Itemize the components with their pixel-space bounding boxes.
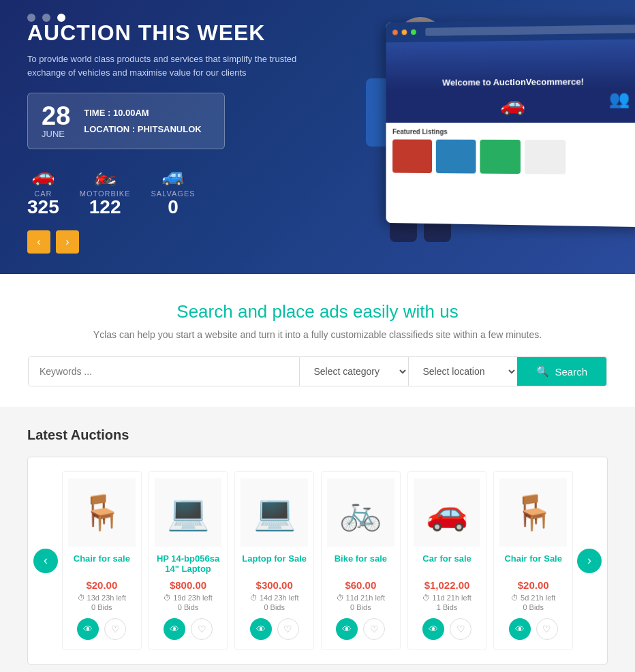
hero-title: AUCTION THIS WEEK <box>27 20 313 46</box>
auction-time-5: ⏱ 5d 21h left <box>499 594 567 602</box>
auction-img-4: 🚗 <box>414 478 481 547</box>
auction-img-5: 🪑 <box>499 478 567 547</box>
auction-fav-btn-1[interactable]: ♡ <box>191 618 213 640</box>
auction-card-3: 🚲 Bike for sale $60.00 ⏱ 11d 21h left 0 … <box>321 471 401 650</box>
auction-fav-btn-2[interactable]: ♡ <box>277 618 299 640</box>
search-title: Search and place ads easily with us <box>20 301 615 322</box>
auction-price-3: $60.00 <box>327 579 394 591</box>
auction-card-5: 🪑 Chair for Sale $20.00 ⏱ 5d 21h left 0 … <box>493 471 573 650</box>
auction-img-2: 💻 <box>241 478 308 547</box>
auction-card-4: 🚗 Car for sale $1,022.00 ⏱ 11d 21h left … <box>407 471 487 650</box>
hero-date-box: 28 JUNE TIME : 10.00AM LOCATION : PHITSA… <box>27 93 225 149</box>
search-icon: 🔍 <box>536 365 549 378</box>
auction-view-btn-3[interactable]: 👁 <box>336 618 358 640</box>
auction-bids-2: 0 Bids <box>241 603 308 611</box>
hero-stat-motorbike: 🏍️ MOTORBIKE 122 <box>80 164 131 217</box>
auctions-section: Latest Auctions ‹ 🪑 Chair for sale $20.0… <box>0 407 635 672</box>
auction-price-5: $20.00 <box>499 579 567 591</box>
hero-stat-car: 🚗 CAR 325 <box>27 164 59 217</box>
carousel-next-button[interactable]: › <box>577 549 602 573</box>
hero-next-button[interactable]: › <box>56 230 79 254</box>
hero-date-number: 28 JUNE <box>42 103 70 139</box>
hero-nav-buttons: ‹ › <box>27 230 313 254</box>
auction-time-1: ⏱ 19d 23h left <box>155 594 222 602</box>
auction-view-btn-1[interactable]: 👁 <box>164 618 185 640</box>
hero-date-info: TIME : 10.00AM LOCATION : PHITSANULOK <box>84 105 201 137</box>
screen-items-list <box>392 140 635 175</box>
auction-actions-5: 👁 ♡ <box>499 618 567 640</box>
screen-item-2 <box>436 140 476 174</box>
hero-prev-button[interactable]: ‹ <box>27 230 50 254</box>
screen-people-icon: 👥 <box>609 89 630 109</box>
screen-item-1 <box>392 140 432 174</box>
auction-name-0: Chair for sale <box>68 553 136 575</box>
auction-bids-1: 0 Bids <box>155 603 222 611</box>
auction-price-4: $1,022.00 <box>414 579 481 591</box>
auction-bids-5: 0 Bids <box>499 603 567 611</box>
hero-right-content: Welcome to AuctionVecommerce! 🚗 👥 Featur… <box>281 0 635 274</box>
auction-bids-4: 1 Bids <box>414 603 481 611</box>
auction-time-0: ⏱ 13d 23h left <box>68 594 136 602</box>
auction-img-0: 🪑 <box>68 478 136 547</box>
auction-actions-4: 👁 ♡ <box>414 618 481 640</box>
search-bar: Select category Select location 🔍 Search <box>28 356 607 386</box>
screen-listings-title: Featured Listings <box>392 128 635 136</box>
carousel-prev-button[interactable]: ‹ <box>33 549 58 573</box>
auction-name-1: HP 14-bp056sa 14" Laptop <box>155 553 222 575</box>
screen-welcome-text: Welcome to AuctionVecommerce! <box>442 76 584 87</box>
auction-actions-2: 👁 ♡ <box>241 618 308 640</box>
auction-fav-btn-5[interactable]: ♡ <box>536 618 558 640</box>
auction-card-0: 🪑 Chair for sale $20.00 ⏱ 13d 23h left 0… <box>62 471 142 650</box>
hero-subtitle: To provide world class products and serv… <box>27 52 313 79</box>
auction-name-3: Bike for sale <box>327 553 394 575</box>
search-input[interactable] <box>29 357 299 386</box>
auctions-section-title: Latest Auctions <box>27 427 608 443</box>
screen-listings: Featured Listings <box>386 123 635 227</box>
auction-name-5: Chair for Sale <box>499 553 567 575</box>
search-button[interactable]: 🔍 Search <box>517 357 606 386</box>
auctions-carousel: ‹ 🪑 Chair for sale $20.00 ⏱ 13d 23h left… <box>27 457 608 665</box>
auction-actions-3: 👁 ♡ <box>327 618 394 640</box>
auction-img-3: 🚲 <box>327 478 394 547</box>
auction-fav-btn-0[interactable]: ♡ <box>104 618 126 640</box>
screen-header <box>386 18 635 43</box>
auction-bids-0: 0 Bids <box>68 603 136 611</box>
screen-item-4 <box>525 140 566 174</box>
hero-screen-mockup: Welcome to AuctionVecommerce! 🚗 👥 Featur… <box>386 18 635 227</box>
auction-card-1: 💻 HP 14-bp056sa 14" Laptop $800.00 ⏱ 19d… <box>149 471 228 650</box>
auction-fav-btn-4[interactable]: ♡ <box>450 618 471 640</box>
hero-stats: 🚗 CAR 325 🏍️ MOTORBIKE 122 🚙 SALVAGES 0 <box>27 164 313 217</box>
auction-bids-3: 0 Bids <box>327 603 394 611</box>
search-subtitle: Yclas can help you start a website and t… <box>20 329 615 340</box>
auction-view-btn-4[interactable]: 👁 <box>422 618 444 640</box>
auction-view-btn-2[interactable]: 👁 <box>250 618 272 640</box>
auction-actions-0: 👁 ♡ <box>68 618 136 640</box>
screen-content: Welcome to AuctionVecommerce! 🚗 👥 <box>386 39 635 123</box>
search-section: Search and place ads easily with us Ycla… <box>0 274 635 407</box>
auction-time-4: ⏱ 11d 21h left <box>414 594 481 602</box>
hero-left-content: AUCTION THIS WEEK To provide world class… <box>27 20 313 254</box>
auction-fav-btn-3[interactable]: ♡ <box>363 618 385 640</box>
search-category-select[interactable]: Select category <box>299 357 408 386</box>
auction-price-1: $800.00 <box>155 579 222 591</box>
auction-card-2: 💻 Laptop for Sale $300.00 ⏱ 14d 23h left… <box>234 471 314 650</box>
auctions-grid: 🪑 Chair for sale $20.00 ⏱ 13d 23h left 0… <box>62 471 573 650</box>
auction-view-btn-0[interactable]: 👁 <box>77 618 99 640</box>
car-icon: 🚗 <box>27 164 59 187</box>
auction-time-3: ⏱ 11d 21h left <box>327 594 394 602</box>
auction-view-btn-5[interactable]: 👁 <box>509 618 531 640</box>
auction-actions-1: 👁 ♡ <box>155 618 222 640</box>
auction-price-2: $300.00 <box>241 579 308 591</box>
auction-time-2: ⏱ 14d 23h left <box>241 594 308 602</box>
search-location-select[interactable]: Select location <box>408 357 517 386</box>
screen-car-icon: 🚗 <box>500 92 525 116</box>
hero-section: AUCTION THIS WEEK To provide world class… <box>0 0 635 274</box>
auction-name-4: Car for sale <box>414 553 481 575</box>
auction-name-2: Laptop for Sale <box>241 553 308 575</box>
screen-item-3 <box>480 140 521 174</box>
hero-stat-salvages: 🚙 SALVAGES 0 <box>151 164 196 217</box>
salvage-icon: 🚙 <box>151 164 196 187</box>
auction-img-1: 💻 <box>155 478 222 547</box>
auction-price-0: $20.00 <box>68 579 136 591</box>
motorbike-icon: 🏍️ <box>80 164 131 187</box>
